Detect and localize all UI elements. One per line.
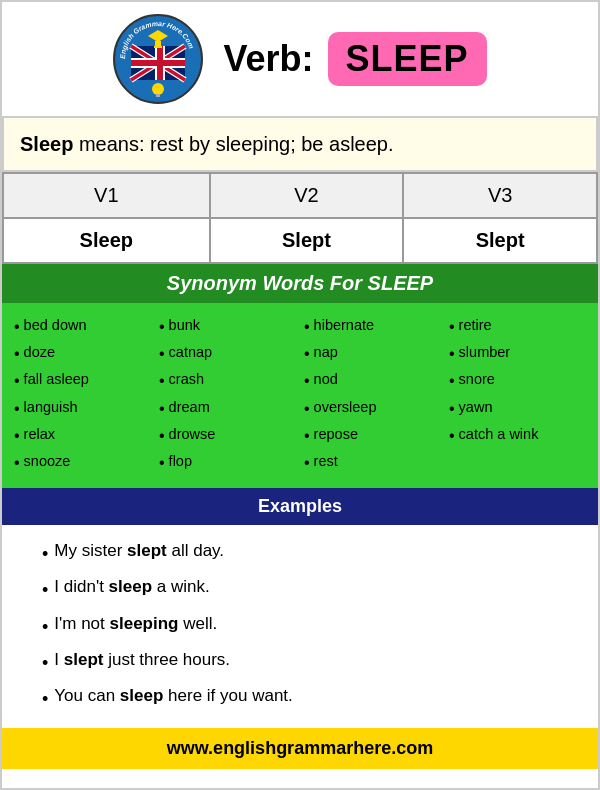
synonyms-title-text: Synonym Words For	[167, 272, 368, 294]
verb-label: Verb:	[223, 38, 313, 80]
ex5-bold: sleep	[120, 686, 163, 705]
bullet-icon: •	[42, 610, 48, 644]
list-item: •dream	[159, 395, 296, 422]
bullet-icon: •	[42, 646, 48, 680]
svg-point-14	[152, 83, 164, 95]
list-item: •rest	[304, 449, 441, 476]
definition-rest: means: rest by sleeping; be asleep.	[73, 133, 393, 155]
verb-forms-table: V1 V2 V3 Sleep Slept Slept	[2, 172, 598, 264]
verb-v3: Slept	[403, 218, 597, 263]
verb-v1: Sleep	[3, 218, 210, 263]
col-header-v1: V1	[3, 173, 210, 218]
list-item: •bunk	[159, 313, 296, 340]
list-item: •nod	[304, 367, 441, 394]
list-item: •snooze	[14, 449, 151, 476]
header-section: English Grammar Here.Com Verb:	[2, 2, 598, 116]
list-item: •flop	[159, 449, 296, 476]
synonym-col-4: •retire •slumber •snore •yawn •catch a w…	[445, 313, 590, 476]
synonyms-body: •bed down •doze •fall asleep •languish •…	[2, 303, 598, 488]
example-item-1: • My sister slept all day.	[42, 535, 558, 571]
example-item-4: • I slept just three hours.	[42, 644, 558, 680]
examples-section: Examples • My sister slept all day. • I …	[2, 488, 598, 728]
verb-v2: Slept	[210, 218, 404, 263]
list-item: •repose	[304, 422, 441, 449]
svg-rect-10	[157, 46, 163, 80]
footer: www.englishgrammarhere.com	[2, 728, 598, 769]
synonyms-header: Synonym Words For SLEEP	[2, 264, 598, 303]
ex2-post: a wink.	[152, 577, 210, 596]
bullet-icon: •	[42, 573, 48, 607]
ex3-bold: sleeping	[110, 614, 179, 633]
list-item: •catnap	[159, 340, 296, 367]
ex5-pre: You can	[54, 686, 120, 705]
list-item: •languish	[14, 395, 151, 422]
ex4-pre: I	[54, 650, 63, 669]
svg-rect-15	[156, 94, 160, 97]
list-item: •oversleep	[304, 395, 441, 422]
examples-body: • My sister slept all day. • I didn't sl…	[2, 525, 598, 728]
bullet-icon: •	[42, 682, 48, 716]
ex1-bold: slept	[127, 541, 167, 560]
footer-url: www.englishgrammarhere.com	[167, 738, 433, 758]
list-item: •crash	[159, 367, 296, 394]
ex3-post: well.	[179, 614, 218, 633]
example-item-5: • You can sleep here if you want.	[42, 680, 558, 716]
list-item: •bed down	[14, 313, 151, 340]
list-item: •catch a wink	[449, 422, 586, 449]
synonym-col-3: •hibernate •nap •nod •oversleep •repose …	[300, 313, 445, 476]
ex5-post: here if you want.	[163, 686, 292, 705]
bullet-icon: •	[42, 537, 48, 571]
list-item: •snore	[449, 367, 586, 394]
ex1-post: all day.	[167, 541, 224, 560]
list-item: •drowse	[159, 422, 296, 449]
list-item: •relax	[14, 422, 151, 449]
definition-box: Sleep means: rest by sleeping; be asleep…	[2, 116, 598, 172]
list-item: •yawn	[449, 395, 586, 422]
ex3-pre: I'm not	[54, 614, 109, 633]
examples-header: Examples	[2, 488, 598, 525]
ex4-bold: slept	[64, 650, 104, 669]
synonym-col-2: •bunk •catnap •crash •dream •drowse •flo…	[155, 313, 300, 476]
logo: English Grammar Here.Com	[113, 14, 203, 104]
col-header-v2: V2	[210, 173, 404, 218]
svg-rect-12	[155, 41, 161, 46]
definition-bold: Sleep	[20, 133, 73, 155]
synonyms-title-word: SLEEP	[368, 272, 434, 294]
ex4-post: just three hours.	[103, 650, 230, 669]
list-item: •hibernate	[304, 313, 441, 340]
example-item-3: • I'm not sleeping well.	[42, 608, 558, 644]
title-group: Verb: SLEEP	[223, 32, 486, 86]
col-header-v3: V3	[403, 173, 597, 218]
list-item: •nap	[304, 340, 441, 367]
ex2-bold: sleep	[109, 577, 152, 596]
list-item: •doze	[14, 340, 151, 367]
example-item-2: • I didn't sleep a wink.	[42, 571, 558, 607]
list-item: •retire	[449, 313, 586, 340]
synonyms-section: Synonym Words For SLEEP •bed down •doze …	[2, 264, 598, 488]
ex1-pre: My sister	[54, 541, 127, 560]
list-item: •slumber	[449, 340, 586, 367]
word-badge: SLEEP	[328, 32, 487, 86]
list-item: •fall asleep	[14, 367, 151, 394]
ex2-pre: I didn't	[54, 577, 108, 596]
svg-rect-13	[154, 46, 162, 48]
synonym-col-1: •bed down •doze •fall asleep •languish •…	[10, 313, 155, 476]
